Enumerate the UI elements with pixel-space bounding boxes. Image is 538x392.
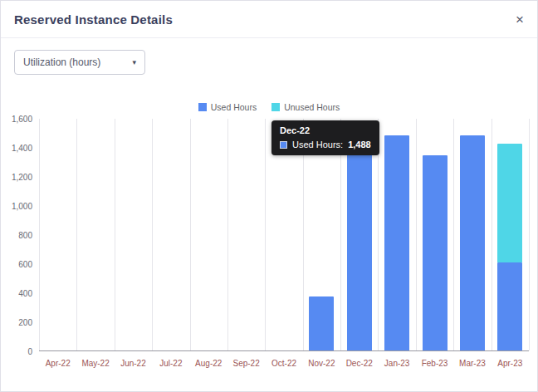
tooltip-series-label: Used Hours: [292,140,343,149]
tooltip-value: 1,488 [348,140,371,149]
x-axis-label: Dec-22 [346,359,373,368]
chart-tooltip: Dec-22 Used Hours: 1,488 [271,120,379,155]
x-axis-label: Apr-22 [46,359,71,368]
x-axis: Apr-22May-22Jun-22Jul-22Aug-22Sep-22Oct-… [39,351,529,375]
bar-group-aug-22 [190,119,227,350]
bar-used-hours[interactable] [460,135,485,350]
bar-group-sep-22 [227,119,265,350]
y-axis-label: 800 [18,231,32,240]
controls-row: Utilization (hours) ▾ [1,38,537,75]
x-axis-label: Jun-22 [120,359,146,368]
y-axis-label: 400 [18,289,32,298]
x-axis-label: Aug-22 [195,359,222,368]
bar-group-apr-22 [39,119,76,350]
x-axis-label: Mar-23 [459,359,486,368]
bar-used-hours[interactable] [423,155,448,350]
x-axis-label: Apr-23 [497,359,522,368]
legend-label: Unused Hours [284,102,340,112]
bar-group-feb-23 [416,119,453,350]
x-axis-label: Feb-23 [422,359,448,368]
bar-group-may-22 [76,119,114,350]
bar-group-jun-22 [115,119,152,350]
x-axis-label: Sep-22 [232,359,259,368]
bar-used-hours[interactable] [309,296,334,350]
x-axis-label: Jan-23 [384,359,410,368]
legend-swatch [271,103,280,111]
y-axis-label: 1,000 [12,202,32,211]
chevron-down-icon: ▾ [132,58,136,66]
bar-used-hours[interactable] [347,135,372,350]
x-axis-label: May-22 [81,359,109,368]
metric-select-value: Utilization (hours) [23,56,100,68]
y-axis-label: 200 [18,318,32,327]
y-axis-label: 0 [27,347,32,356]
utilization-chart: 02004006008001,0001,2001,4001,600 Apr-22… [6,119,532,375]
metric-select[interactable]: Utilization (hours) ▾ [14,50,145,75]
y-axis-label: 1,400 [12,144,32,153]
bar-used-hours[interactable] [497,262,522,350]
tooltip-series-swatch [280,141,287,149]
page-title: Reserved Instance Details [14,12,173,27]
gridline [529,119,530,350]
tooltip-title: Dec-22 [280,125,371,135]
y-axis: 02004006008001,0001,2001,4001,600 [6,119,36,351]
bar-used-hours[interactable] [384,135,409,350]
bar-group-jan-23 [378,119,415,350]
panel-header: Reserved Instance Details × [1,1,537,38]
close-icon[interactable]: × [514,11,526,28]
legend-item-unused-hours[interactable]: Unused Hours [271,102,340,112]
legend-swatch [198,103,207,111]
tooltip-row: Used Hours: 1,488 [280,140,371,149]
y-axis-label: 1,200 [12,173,32,182]
bar-group-mar-23 [453,119,491,350]
reserved-instance-details-panel: Reserved Instance Details × Utilization … [0,0,538,392]
bar-group-apr-23 [492,119,529,350]
bar-group-jul-22 [152,119,189,350]
bar-unused-hours[interactable] [497,144,522,262]
x-axis-label: Nov-22 [308,359,335,368]
y-axis-label: 600 [18,260,32,269]
x-axis-label: Oct-22 [271,359,296,368]
y-axis-label: 1,600 [12,115,32,124]
legend-label: Used Hours [211,102,257,112]
legend-item-used-hours[interactable]: Used Hours [198,102,257,112]
chart-legend: Used HoursUnused Hours [1,101,537,113]
x-axis-label: Jul-22 [159,359,182,368]
